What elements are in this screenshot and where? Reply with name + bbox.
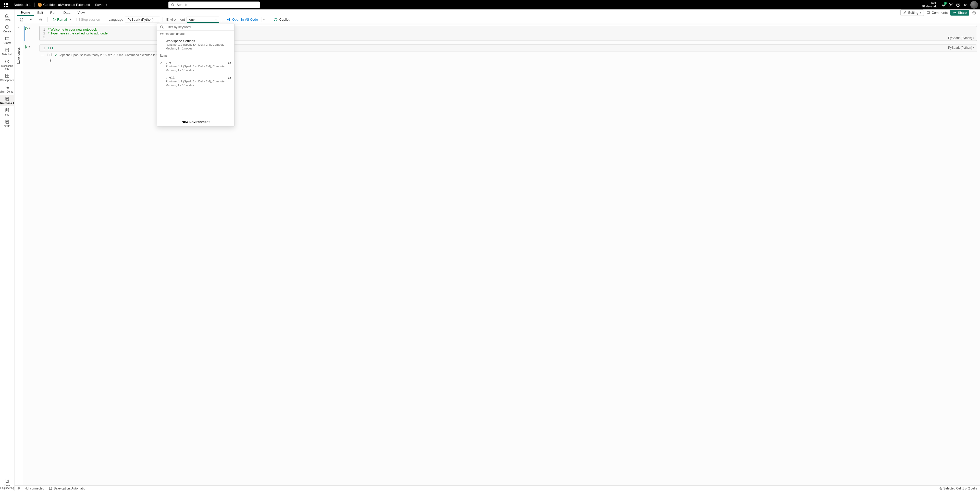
nav-notebook1[interactable]: Notebook 1 — [0, 95, 14, 106]
svg-line-27 — [162, 27, 164, 29]
svg-point-13 — [6, 48, 9, 49]
notification-badge: 6 — [944, 2, 947, 5]
nav-data-hub[interactable]: Data hub — [0, 46, 14, 57]
env-item-env11[interactable]: env11 Runtime: 1.2 (Spark 3.4, Delta 2.4… — [157, 74, 234, 89]
open-vscode-dropdown[interactable]: ▾ — [262, 17, 266, 22]
svg-rect-16 — [7, 74, 9, 76]
status-bar: Not connected Save option: Automatic Sel… — [14, 485, 980, 491]
env-section-workspace-default: Workspace default — [157, 30, 234, 37]
sensitivity-label[interactable]: 🛡 Confidential\Microsoft Extended — [36, 3, 92, 7]
run-all-button[interactable]: Run all ▾ — [50, 17, 73, 22]
tab-view[interactable]: View — [74, 10, 88, 16]
open-external-icon[interactable] — [228, 62, 231, 65]
copilot-pane-button[interactable] — [971, 10, 977, 16]
selection-icon — [939, 487, 942, 490]
svg-point-26 — [161, 25, 163, 28]
tab-home[interactable]: Home — [18, 10, 34, 16]
svg-point-5 — [973, 11, 976, 14]
svg-rect-15 — [5, 74, 7, 76]
svg-point-11 — [276, 19, 277, 20]
nav-create[interactable]: Create — [0, 23, 14, 35]
cell-selection-status[interactable]: Selected Cell 1 of 2 cells — [939, 487, 977, 490]
connection-status-dot — [18, 487, 20, 489]
language-label: Language — [108, 17, 123, 21]
run-cell-button[interactable] — [24, 45, 28, 49]
svg-point-20 — [7, 87, 9, 89]
env-item-workspace-settings[interactable]: Workspace Settings Runtime: 1.2 (Spark 3… — [157, 37, 234, 52]
save-icon — [19, 17, 24, 22]
tab-edit[interactable]: Edit — [34, 10, 46, 16]
save-button[interactable] — [18, 17, 25, 22]
nav-browse[interactable]: Browse — [0, 35, 14, 46]
search-icon — [171, 3, 175, 6]
nav-monitoring[interactable]: Monitoring hub — [0, 57, 14, 72]
saved-state[interactable]: · Saved ▾ — [92, 3, 107, 6]
environment-label: Environment — [166, 17, 185, 21]
stop-session-button[interactable]: Stop session — [75, 17, 102, 22]
help-button[interactable]: ? — [955, 1, 962, 8]
copilot-icon — [972, 11, 976, 15]
search-placeholder: Search — [177, 3, 187, 6]
new-environment-button[interactable]: New Environment — [157, 117, 234, 126]
comments-button[interactable]: Comments — [924, 10, 950, 16]
save-option-status[interactable]: Save option: Automatic — [49, 487, 85, 490]
toolbar: Run all ▾ Stop session Language PySpark … — [0, 16, 980, 23]
open-external-icon[interactable] — [228, 76, 231, 80]
cell-language-selector[interactable]: PySpark (Python) ▾ — [948, 36, 974, 40]
tab-run[interactable]: Run — [47, 10, 60, 16]
success-check-icon: ✓ — [55, 53, 57, 57]
save-icon — [49, 487, 52, 490]
svg-text:?: ? — [957, 3, 959, 6]
env-filter-input[interactable] — [165, 25, 231, 29]
check-icon: ✓ — [159, 62, 162, 65]
nav-env[interactable]: env — [0, 106, 14, 118]
nav-home[interactable]: Home — [0, 11, 14, 23]
notifications-button[interactable]: 6 — [940, 1, 947, 8]
trial-status[interactable]: Trial: 57 days left — [922, 2, 937, 8]
user-avatar[interactable] — [970, 1, 978, 9]
nav-data-engineering[interactable]: Data Engineering — [0, 477, 14, 491]
settings-button[interactable] — [947, 1, 955, 8]
run-cell-button[interactable] — [24, 27, 28, 30]
environment-dropdown[interactable]: env — [186, 17, 219, 23]
cell-run-dropdown[interactable]: ▾ — [29, 27, 30, 30]
left-nav-rail: Home Create Browse Data hub Monitoring h… — [0, 10, 14, 491]
chevron-down-icon: ▾ — [70, 18, 71, 21]
tab-data[interactable]: Data — [60, 10, 74, 16]
editing-mode-button[interactable]: Editing ▾ — [900, 10, 924, 16]
notebook-title[interactable]: Notebook 1 — [11, 3, 33, 6]
output-index: [1] — [47, 53, 52, 57]
feedback-button[interactable] — [962, 1, 969, 8]
copilot-icon — [274, 17, 278, 22]
share-button[interactable]: Share — [950, 10, 969, 16]
env-item-env[interactable]: ✓ env Runtime: 1.2 (Spark 3.4, Delta 2.4… — [157, 59, 234, 74]
copilot-button[interactable]: Copilot — [272, 17, 291, 22]
search-icon — [160, 25, 164, 29]
svg-point-7 — [974, 13, 975, 13]
nav-env11[interactable]: env11 — [0, 118, 14, 129]
global-search[interactable]: Search — [169, 2, 260, 8]
chevron-down-icon: ▾ — [106, 3, 107, 6]
expand-panel-button[interactable]: » — [18, 25, 20, 29]
cell-run-dropdown[interactable]: ▾ — [29, 45, 30, 49]
nav-workspaces[interactable]: Workspaces — [0, 72, 14, 83]
cell-settings-button[interactable] — [37, 17, 45, 22]
nav-demo-env[interactable]: Shuaijun_Demo_Env — [0, 83, 14, 95]
language-dropdown[interactable]: PySpark (Python) — [125, 17, 160, 22]
connection-status-text: Not connected — [24, 487, 44, 490]
top-bar: Notebook 1 🛡 Confidential\Microsoft Exte… — [0, 0, 980, 10]
environment-dropdown-popup: Workspace default Workspace Settings Run… — [157, 23, 234, 127]
link-icon — [963, 3, 967, 7]
download-button[interactable] — [27, 17, 35, 22]
open-vscode-button[interactable]: Open in VS Code — [224, 17, 260, 22]
share-icon — [953, 11, 956, 14]
cell-language-selector[interactable]: PySpark (Python) ▾ — [948, 46, 974, 49]
lakehouses-label[interactable]: Lakehouses — [17, 48, 21, 64]
svg-point-2 — [950, 4, 952, 5]
output-more-button[interactable]: ⋯ — [41, 53, 44, 57]
gear-icon — [39, 17, 43, 22]
svg-point-0 — [172, 3, 174, 6]
sensitivity-text: Confidential\Microsoft Extended — [43, 3, 90, 6]
app-launcher-icon[interactable] — [3, 2, 9, 7]
vscode-icon — [227, 17, 231, 22]
